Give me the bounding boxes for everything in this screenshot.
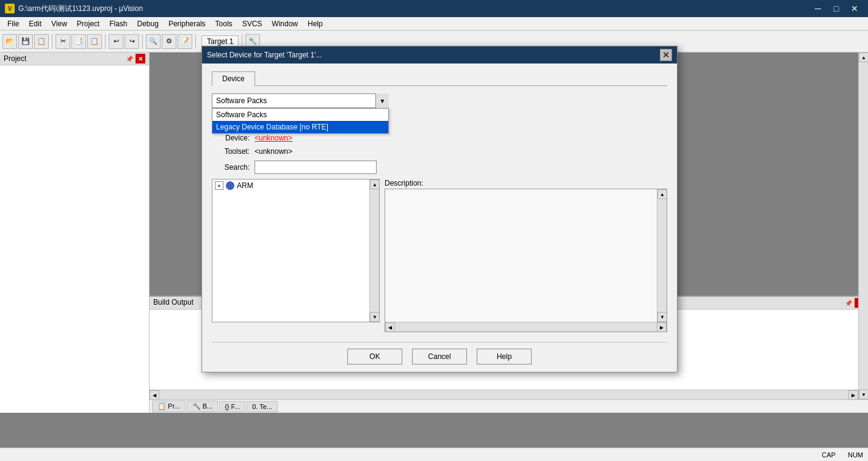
close-panel-button[interactable]: ✕ xyxy=(136,54,145,64)
menu-item-edit[interactable]: Edit xyxy=(24,18,46,29)
scroll-right-btn[interactable]: ▶ xyxy=(848,390,858,400)
toolbar-btn-8[interactable]: ⚙ xyxy=(162,34,176,49)
tree-item-arm[interactable]: + ARM xyxy=(212,180,379,192)
close-button[interactable]: ✕ xyxy=(846,0,863,17)
description-panel: ▲ ▼ □ ◀ ▶ xyxy=(385,189,667,332)
titlebar-controls: ─ □ ✕ xyxy=(809,0,863,17)
scroll-left-btn[interactable]: ◀ xyxy=(150,390,159,400)
desc-panel-wrapper: Description: ▲ ▼ □ ◀ ▶ xyxy=(385,179,667,332)
toolbar-btn-1[interactable]: 📂 xyxy=(2,34,17,49)
toolbar-btn-9[interactable]: 📝 xyxy=(178,34,192,49)
desc-scrollbar-h[interactable]: ◀ ▶ xyxy=(385,322,667,332)
pin-button[interactable]: 📌 xyxy=(125,54,134,64)
toolbar-btn-2[interactable]: 💾 xyxy=(18,34,33,49)
project-tree xyxy=(0,65,149,413)
dropdown-option-software-packs[interactable]: Software Packs xyxy=(212,109,388,121)
scroll-down-btn[interactable]: ▼ xyxy=(859,390,868,399)
device-tree-panel[interactable]: + ARM ▲ ▼ xyxy=(212,179,380,322)
dialog-tabs: Device xyxy=(212,71,667,86)
desc-scroll-right[interactable]: ▶ xyxy=(657,322,667,332)
panels-section: + ARM ▲ ▼ Description: xyxy=(212,179,667,332)
caps-indicator: CAP xyxy=(822,451,836,459)
desc-scrollbar-v[interactable]: ▲ ▼ □ xyxy=(657,189,667,332)
tree-scroll-up[interactable]: ▲ xyxy=(370,180,380,189)
toolbar-sep-1 xyxy=(52,34,52,49)
help-button[interactable]: Help xyxy=(477,349,532,365)
dialog-close-button[interactable]: ✕ xyxy=(660,49,672,61)
project-panel-header: Project 📌 ✕ xyxy=(0,53,149,65)
statusbar: CAP NUM xyxy=(0,448,868,461)
toolbar-sep-3 xyxy=(142,34,143,49)
toolbar-btn-redo[interactable]: ↪ xyxy=(125,34,139,49)
dialog-tab-device[interactable]: Device xyxy=(212,71,255,86)
num-indicator: NUM xyxy=(848,451,863,459)
dialog-content: Device Software Packs ▼ Software Packs L… xyxy=(202,64,677,372)
dialog-buttons: OK Cancel Help xyxy=(212,342,667,365)
toolbar-btn-6[interactable]: 📋 xyxy=(87,34,102,49)
maximize-button[interactable]: □ xyxy=(828,0,845,17)
bottom-tab-bar: 📋 Pr... 🔨 B... {} F... 0. Te... xyxy=(150,399,868,413)
main-hscrollbar[interactable]: ◀ ▶ xyxy=(150,390,858,399)
panel-header-buttons: 📌 ✕ xyxy=(125,54,145,64)
description-label: Description: xyxy=(385,179,667,187)
toolbar-btn-undo[interactable]: ↩ xyxy=(109,34,123,49)
menu-item-tools[interactable]: Tools xyxy=(211,18,237,29)
menu-item-svcs[interactable]: SVCS xyxy=(237,18,267,29)
menu-item-debug[interactable]: Debug xyxy=(132,18,164,29)
menubar: FileEditViewProjectFlashDebugPeripherals… xyxy=(0,17,868,31)
search-input[interactable] xyxy=(255,161,377,174)
scroll-up-btn[interactable]: ▲ xyxy=(859,53,868,62)
arm-icon xyxy=(226,181,234,190)
select-device-dialog[interactable]: Select Device for Target 'Target 1'... ✕… xyxy=(201,46,678,372)
dialog-title: Select Device for Target 'Target 1'... xyxy=(207,51,322,59)
ok-button[interactable]: OK xyxy=(347,349,402,365)
toolbar-btn-4[interactable]: ✂ xyxy=(56,34,70,49)
main-scrollbar[interactable]: ▼ ▲ xyxy=(858,53,868,399)
tree-expand-arm[interactable]: + xyxy=(215,181,223,190)
menu-item-peripherals[interactable]: Peripherals xyxy=(164,18,211,29)
project-panel-title: Project xyxy=(4,54,26,63)
packs-dropdown-display[interactable]: Software Packs xyxy=(212,93,389,108)
dialog-titlebar: Select Device for Target 'Target 1'... ✕ xyxy=(202,46,677,64)
menu-item-view[interactable]: View xyxy=(46,18,72,29)
toolset-row: Toolset: <unknown> xyxy=(212,147,667,156)
packs-dropdown-wrapper: Software Packs ▼ Software Packs Legacy D… xyxy=(212,93,389,108)
menu-item-help[interactable]: Help xyxy=(303,18,328,29)
dropdown-popup: Software Packs Legacy Device Database [n… xyxy=(212,108,389,134)
tab-project[interactable]: 📋 Pr... xyxy=(152,401,186,412)
build-output-title: Build Output xyxy=(153,298,193,308)
tree-panel-wrapper: + ARM ▲ ▼ xyxy=(212,179,380,332)
menu-item-file[interactable]: File xyxy=(2,18,24,29)
toolbar-btn-7[interactable]: 🔍 xyxy=(146,34,161,49)
menu-item-window[interactable]: Window xyxy=(267,18,303,29)
toolset-value: <unknown> xyxy=(255,147,292,156)
device-value: <unknown> xyxy=(255,134,292,142)
dropdown-option-legacy[interactable]: Legacy Device Database [no RTE] xyxy=(212,121,388,133)
desc-scroll-down[interactable]: ▼ xyxy=(657,312,667,322)
tab-build[interactable]: 🔨 B... xyxy=(187,401,219,412)
toolbar-sep-2 xyxy=(105,34,106,49)
search-label: Search: xyxy=(212,163,255,172)
toolbar-sep-4 xyxy=(195,34,196,49)
toolset-label: Toolset: xyxy=(212,147,255,156)
tree-scrollbar-v[interactable]: ▲ ▼ xyxy=(369,180,379,322)
desc-scroll-up[interactable]: ▲ xyxy=(657,189,667,199)
titlebar-left: V G:\arm代码\测试1\123.uvproj - µVision xyxy=(5,4,143,14)
desc-scroll-left[interactable]: ◀ xyxy=(385,322,395,332)
search-row: Search: xyxy=(212,161,667,174)
tab-functions[interactable]: {} F... xyxy=(219,401,245,412)
pin-build-button[interactable]: 📌 xyxy=(844,298,853,308)
toolbar-btn-5[interactable]: 📑 xyxy=(71,34,86,49)
tree-scroll-down[interactable]: ▼ xyxy=(370,312,380,322)
dropdown-section: Software Packs ▼ Software Packs Legacy D… xyxy=(212,93,667,108)
menu-item-project[interactable]: Project xyxy=(72,18,104,29)
titlebar: V G:\arm代码\测试1\123.uvproj - µVision ─ □ … xyxy=(0,0,868,17)
window-title: G:\arm代码\测试1\123.uvproj - µVision xyxy=(18,4,143,14)
minimize-button[interactable]: ─ xyxy=(809,0,826,17)
device-row: Device: <unknown> xyxy=(212,134,667,142)
cancel-button[interactable]: Cancel xyxy=(412,349,467,365)
menu-item-flash[interactable]: Flash xyxy=(104,18,132,29)
app-icon: V xyxy=(5,4,15,13)
tab-templates[interactable]: 0. Te... xyxy=(247,401,278,412)
toolbar-btn-3[interactable]: 📋 xyxy=(34,34,49,49)
